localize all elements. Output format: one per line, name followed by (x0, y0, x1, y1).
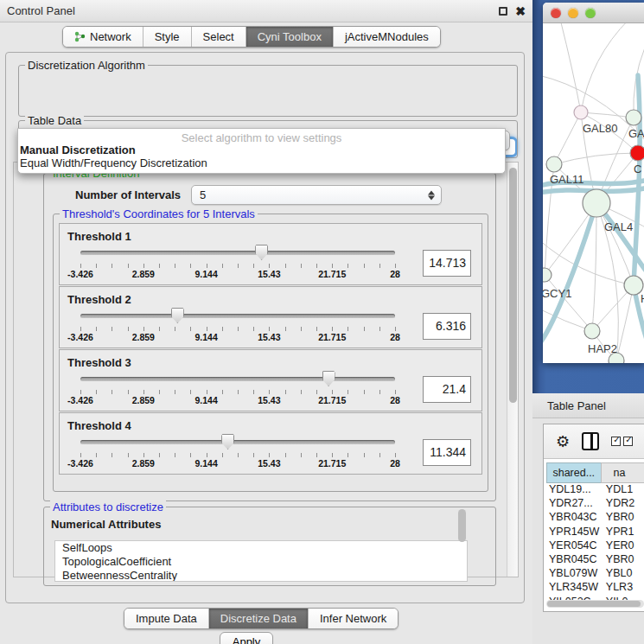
gear-icon[interactable]: ⚙ (556, 434, 570, 450)
dropdown-placeholder[interactable]: Select algorithm to view settings (18, 129, 505, 143)
network-edge[interactable] (543, 239, 634, 285)
attribute-list-item[interactable]: BetweennessCentrality (55, 569, 467, 582)
tab-cyni-toolbox[interactable]: Cyni Toolbox (246, 27, 334, 47)
network-edge[interactable] (554, 112, 581, 164)
table-row[interactable]: YER054CYER0 (546, 539, 644, 553)
node-pink[interactable] (574, 105, 588, 119)
settings-scrollpane: Interval Definition Number of Intervals … (13, 162, 519, 577)
table-row[interactable]: YPR145WYPR1 (546, 526, 644, 539)
table-row[interactable]: YBR045CYBR0 (546, 553, 644, 567)
network-view-window: GAL80GACGAL11GAL4GCY1HHAP2 (543, 3, 644, 363)
num-intervals-combobox[interactable]: 5 (191, 185, 442, 205)
table-row[interactable]: YBR043CYBR0 (546, 511, 644, 525)
tab-select[interactable]: Select (192, 27, 246, 47)
tab-impute-data[interactable]: Impute Data (124, 609, 209, 628)
slider-track[interactable] (80, 314, 395, 318)
table-row[interactable]: YBL079WYBL0 (546, 567, 644, 581)
network-canvas[interactable]: GAL80GACGAL11GAL4GCY1HHAP2 (543, 23, 644, 363)
horizontal-scrollbar-thumb[interactable] (547, 601, 641, 607)
threshold-value-field[interactable]: 6.316 (423, 313, 471, 340)
cyni-toolbox-panel: Discretization Algorithm Table Data galF… (5, 52, 525, 603)
tick-mark (269, 264, 270, 268)
slider-scale: -3.4262.8599.14415.4321.71528 (80, 269, 395, 280)
tab-style[interactable]: Style (143, 27, 192, 47)
dropdown-option-equal-width[interactable]: Equal Width/Frequency Discretization (18, 156, 505, 169)
checkbox-icon[interactable] (611, 437, 621, 446)
column-header-2[interactable]: na (601, 462, 644, 483)
apply-button[interactable]: Apply (220, 632, 273, 644)
slider-thumb[interactable] (255, 245, 268, 260)
network-edge[interactable] (560, 23, 581, 112)
tick-mark (112, 264, 112, 268)
tick-mark (269, 327, 270, 331)
tick-mark (316, 390, 317, 394)
tick-mark (128, 327, 129, 331)
slider-thumb[interactable] (221, 434, 234, 450)
threshold-value-field[interactable]: 11.344 (423, 439, 471, 466)
dropdown-option-manual[interactable]: Manual Discretization (18, 143, 505, 156)
network-graph: GAL80GACGAL11GAL4GCY1HHAP2 (543, 23, 644, 363)
slider-thumb[interactable] (171, 308, 184, 323)
threshold-value-field[interactable]: 14.713 (423, 250, 471, 277)
tab-jactivemnodules[interactable]: jActiveMNodules (334, 27, 440, 47)
attribute-list-item[interactable]: SelfLoops (55, 541, 467, 555)
tick-mark (159, 264, 160, 268)
attribute-list-item[interactable]: TopologicalCoefficient (55, 555, 467, 569)
vertical-scrollbar-thumb[interactable] (509, 168, 517, 403)
tick-mark (364, 264, 365, 268)
tick-mark (96, 327, 97, 331)
tick-mark (222, 390, 223, 394)
attributes-list-scrollbar[interactable] (458, 509, 466, 542)
float-window-icon[interactable] (499, 7, 507, 16)
node-red-selected[interactable] (630, 145, 644, 161)
scale-label: -3.426 (67, 395, 93, 405)
tick-mark (128, 264, 129, 268)
node-gal4[interactable] (583, 189, 610, 217)
tick-mark (364, 390, 365, 394)
horizontal-scrollbar[interactable] (546, 600, 644, 608)
tick-mark (285, 390, 286, 394)
table-cell: YBL0 (602, 567, 644, 581)
close-traffic-light-icon[interactable] (551, 8, 561, 18)
node-green-top[interactable] (626, 110, 641, 125)
column-header-1[interactable]: shared... (546, 462, 601, 483)
table-panel-title: Table Panel (547, 399, 606, 412)
num-intervals-value: 5 (200, 188, 206, 201)
split-columns-icon[interactable] (582, 432, 599, 450)
network-window-titlebar[interactable] (543, 3, 644, 23)
thresholds-container: Threshold 1-3.4262.8599.14415.4321.71528… (59, 223, 482, 475)
minimize-traffic-light-icon[interactable] (568, 8, 578, 18)
slider-track[interactable] (80, 377, 395, 381)
tick-mark (159, 390, 160, 394)
vertical-scrollbar[interactable] (507, 163, 518, 577)
threshold-value-field[interactable]: 21.4 (423, 376, 471, 403)
group-title-attributes: Attributes to discretize (50, 501, 166, 513)
zoom-traffic-light-icon[interactable] (585, 8, 596, 18)
tab-network[interactable]: Network (63, 27, 143, 47)
node-hap2[interactable] (584, 323, 600, 339)
close-icon[interactable]: ✖ (515, 7, 526, 16)
network-edge[interactable] (616, 285, 634, 360)
tab-infer-network[interactable]: Infer Network (309, 609, 398, 628)
node-gcy1[interactable] (543, 268, 552, 282)
tick-mark (301, 390, 302, 394)
table-row[interactable]: YDR27...YDR2 (546, 497, 644, 511)
checkbox-icon[interactable] (623, 437, 633, 446)
tab-discretize-data[interactable]: Discretize Data (209, 609, 309, 628)
tick-mark (379, 327, 380, 331)
tick-mark (96, 390, 97, 394)
slider-track[interactable] (80, 440, 395, 444)
slider-track[interactable] (80, 251, 395, 255)
table-row[interactable]: YLR345WYLR3 (546, 581, 644, 595)
node-label: H (641, 292, 644, 305)
node-gal11[interactable] (546, 156, 562, 172)
threshold-slider: -3.4262.8599.14415.4321.71528 (80, 350, 395, 411)
network-edge[interactable] (581, 23, 629, 112)
slider-thumb[interactable] (322, 371, 335, 386)
scale-label: 28 (390, 458, 400, 469)
tick-mark (395, 390, 396, 394)
group-title-table-data: Table Data (25, 114, 84, 127)
table-row[interactable]: YDL19...YDL1 (546, 483, 644, 497)
network-edge[interactable] (554, 153, 638, 164)
tick-mark (238, 453, 239, 457)
